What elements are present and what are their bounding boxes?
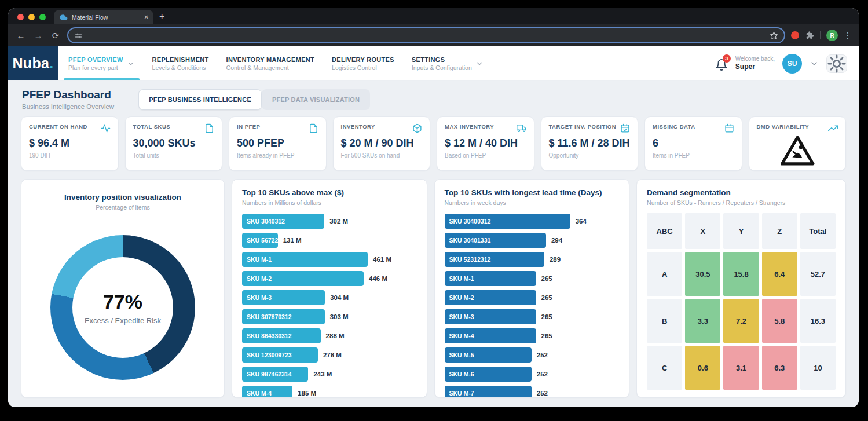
bar-chart: SKU 30400312364SKU 30401331294SKU 523123… (445, 214, 620, 398)
notifications-bell-icon[interactable]: 3 (715, 57, 728, 70)
longest-lead-time-panel: Top 10 SKUs with longest lead time (Days… (434, 179, 630, 398)
seg-cell: 15.8 (723, 252, 759, 296)
nav-item-sublabel: Levels & Conditions (152, 64, 209, 71)
bar[interactable]: SKU M-4 (445, 328, 536, 343)
bar-row-sku-307870312[interactable]: SKU 307870312303 M (242, 309, 417, 324)
bar-value-label: 265 (541, 332, 552, 339)
bar-value-label: 294 (551, 237, 562, 244)
tab-close-icon[interactable]: ✕ (144, 14, 149, 20)
kpi-subtitle: Items in PFEP (653, 152, 734, 159)
bar[interactable]: SKU M-6 (445, 367, 532, 382)
bar-row-sku-987462314[interactable]: SKU 987462314243 M (242, 367, 417, 382)
bar-value-label: 446 M (369, 275, 387, 282)
bar-row-sku-30400312[interactable]: SKU 30400312364 (445, 214, 620, 229)
bar[interactable]: SKU M-5 (445, 347, 532, 363)
extension-red-icon[interactable] (791, 31, 799, 39)
tab-pfep-business-intelligence[interactable]: PFEP BUSINESS INTELLIGENCE (138, 89, 262, 110)
kpi-value: 500 PFEP (237, 137, 318, 149)
bar-value-label: 252 (537, 371, 548, 378)
bar-row-sku-864330312[interactable]: SKU 864330312288 M (242, 328, 417, 343)
kpi-subtitle: For 500 SKUs on hand (341, 152, 423, 159)
nav-item-delivery-routes[interactable]: DELIVERY ROUTESLogistics Control (331, 46, 395, 80)
nuba-logo[interactable]: Nuba. (8, 46, 58, 80)
bar[interactable]: SKU M-3 (445, 309, 536, 324)
kpi-row: CURRENT ON HAND$ 96.4 M190 DIHTOTAL SKUS… (21, 116, 846, 171)
bar[interactable]: SKU 987462314 (242, 367, 308, 382)
user-avatar[interactable]: SU (782, 54, 802, 74)
bar[interactable]: SKU 52312312 (445, 252, 544, 267)
kpi-subtitle: Opportunity (549, 152, 631, 159)
address-bar[interactable] (67, 27, 785, 43)
browser-tab-bar: Material Flow ✕ + (8, 8, 859, 24)
new-tab-button[interactable]: + (153, 12, 171, 24)
tab-pfep-data-visualization[interactable]: PFEP DATA VISUALIZATION (262, 89, 370, 110)
skus-above-max-panel: Top 10 SKUs above max ($) Numbers in Mil… (232, 179, 427, 398)
nav-item-pfep-overview[interactable]: PFEP OVERVIEWPlan for every part (67, 46, 136, 80)
panel-title: Top 10 SKUs above max ($) (242, 188, 417, 197)
bar-row-sku-m-2[interactable]: SKU M-2265 (445, 290, 620, 305)
bar-row-sku-m-1[interactable]: SKU M-1461 M (242, 252, 417, 267)
browser-menu-icon[interactable]: ⋮ (844, 31, 852, 40)
bar[interactable]: SKU M-3 (242, 290, 325, 305)
bar[interactable]: SKU 123009723 (242, 347, 318, 363)
chevron-down-icon[interactable] (810, 59, 819, 68)
bar-category-label: SKU M-4 (449, 332, 474, 339)
seg-cell: 7.2 (723, 299, 759, 343)
bar-value-label: 265 (541, 275, 552, 282)
bar[interactable]: SKU 567222 (242, 233, 278, 248)
bar[interactable]: SKU M-1 (445, 271, 536, 286)
browser-window: Material Flow ✕ + ← → ⟳ R ⋮ Nuba. PFEP O… (8, 8, 859, 407)
bar[interactable]: SKU M-2 (242, 271, 364, 286)
bar[interactable]: SKU M-7 (445, 386, 532, 398)
bar[interactable]: SKU M-1 (242, 252, 368, 267)
bar-value-label: 131 M (283, 237, 302, 244)
chevron-down-icon (475, 60, 484, 68)
window-minimize-button[interactable] (28, 14, 35, 20)
bar-row-sku-m-3[interactable]: SKU M-3304 M (242, 290, 417, 305)
bar-row-sku-m-7[interactable]: SKU M-7252 (445, 386, 620, 398)
nav-item-inventory-management[interactable]: INVENTORY MANAGEMENTControl & Management (225, 46, 316, 80)
browser-tab[interactable]: Material Flow ✕ (54, 10, 153, 24)
bar[interactable]: SKU M-2 (445, 290, 536, 305)
window-zoom-button[interactable] (39, 14, 46, 20)
bar-row-sku-m-1[interactable]: SKU M-1265 (445, 271, 620, 286)
welcome-text: Welcome back, Super (735, 56, 775, 72)
nav-item-replenishment[interactable]: REPLENISHMENTLevels & Conditions (151, 46, 210, 80)
bar-row-sku-m-2[interactable]: SKU M-2446 M (242, 271, 417, 286)
bar-row-sku-m-3[interactable]: SKU M-3265 (445, 309, 620, 324)
bar-category-label: SKU 307870312 (247, 313, 292, 320)
bar[interactable]: SKU M-4 (242, 386, 292, 398)
bar-row-sku-m-4[interactable]: SKU M-4265 (445, 328, 620, 343)
bar-row-sku-m-4[interactable]: SKU M-4185 M (242, 386, 417, 398)
tab-title: Material Flow (72, 14, 140, 21)
bar-row-sku-3040312[interactable]: SKU 3040312302 M (242, 214, 417, 229)
browser-profile-avatar[interactable]: R (826, 30, 838, 41)
extensions-puzzle-icon[interactable] (805, 31, 814, 40)
kpi-subtitle: Total units (133, 152, 215, 159)
bookmark-star-icon[interactable] (770, 31, 778, 40)
seg-header-z: Z (762, 213, 797, 249)
panel-subtitle: Numbers in Millions of dollars (242, 199, 417, 206)
refresh-icon[interactable]: ⟳ (50, 31, 61, 40)
browser-toolbar: ← → ⟳ R ⋮ (8, 24, 859, 46)
bar-row-sku-123009723[interactable]: SKU 123009723278 M (242, 347, 417, 363)
bar[interactable]: SKU 864330312 (242, 328, 321, 343)
bar[interactable]: SKU 30401331 (445, 233, 546, 248)
bar-row-sku-30401331[interactable]: SKU 30401331294 (445, 233, 620, 248)
forward-icon[interactable]: → (32, 31, 44, 40)
nav-item-label: SETTINGS (412, 56, 472, 63)
bar-row-sku-m-5[interactable]: SKU M-5252 (445, 347, 620, 363)
bar-row-sku-52312312[interactable]: SKU 52312312289 (445, 252, 620, 267)
theme-toggle-button[interactable] (826, 54, 847, 73)
bar-row-sku-567222[interactable]: SKU 567222131 M (242, 233, 417, 248)
kpi-label: DMD VARIABILITY (757, 123, 810, 130)
bar[interactable]: SKU 3040312 (242, 214, 324, 229)
bar[interactable]: SKU 30400312 (445, 214, 570, 229)
bar-row-sku-m-6[interactable]: SKU M-6252 (445, 367, 620, 382)
nav-item-settings[interactable]: SETTINGSInputs & Configuration (411, 46, 485, 80)
bar[interactable]: SKU 307870312 (242, 309, 325, 324)
app-root: Nuba. PFEP OVERVIEWPlan for every partRE… (8, 46, 859, 407)
back-icon[interactable]: ← (15, 31, 27, 40)
donut-chart[interactable]: 77% Excess / Expedite Risk (50, 235, 195, 380)
window-close-button[interactable] (17, 14, 24, 20)
